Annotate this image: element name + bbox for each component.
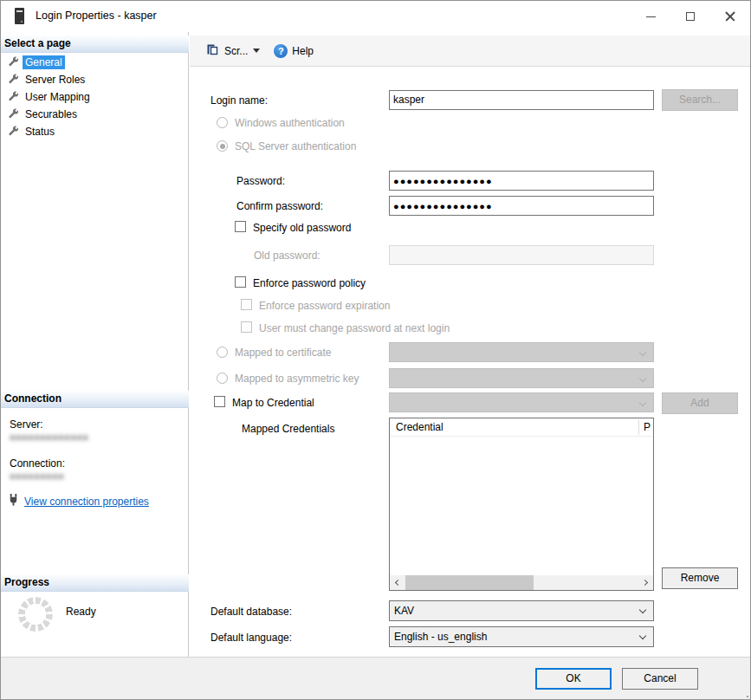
enforce-password-expiration-checkbox	[241, 299, 252, 310]
window-controls	[631, 1, 750, 32]
connection-value-redacted: ■■■■■■■■■	[10, 471, 64, 481]
connection-properties-icon	[7, 493, 20, 509]
sidebar-item-label: User Mapping	[23, 90, 93, 104]
chevron-down-icon	[639, 349, 646, 356]
provider-column-header: P	[644, 421, 651, 433]
mapped-to-certificate-label: Mapped to certificate	[235, 347, 331, 359]
search-button: Search...	[662, 89, 738, 111]
login-properties-dialog: Login Properties - kasper Select a page …	[0, 0, 751, 700]
server-label: Server:	[10, 418, 43, 431]
chevron-right-icon	[642, 580, 648, 586]
mapped-to-asymmetric-key-radio	[217, 373, 228, 384]
sidebar: Select a page General Server Roles User …	[1, 32, 189, 657]
add-button: Add	[662, 392, 738, 414]
server-value-redacted: ■■■■■■■■■■■■■	[10, 432, 89, 442]
sidebar-item-label: General	[23, 55, 65, 69]
enforce-password-expiration-label: Enforce password expiration	[259, 300, 390, 312]
close-button[interactable]	[710, 1, 750, 32]
sidebar-item-label: Securables	[23, 107, 80, 121]
chevron-down-icon	[639, 399, 646, 406]
map-to-credential-checkbox[interactable]	[214, 396, 225, 407]
connection-header: Connection	[1, 391, 189, 408]
mapped-to-certificate-radio	[217, 347, 228, 358]
asymmetric-key-select	[389, 368, 654, 388]
default-database-label: Default database:	[210, 606, 292, 618]
sql-server-authentication-label: SQL Server authentication	[235, 140, 356, 152]
default-database-value: KAV	[394, 605, 414, 617]
maximize-button[interactable]	[670, 1, 710, 32]
progress-status: Ready	[66, 606, 96, 618]
default-language-label: Default language:	[210, 632, 292, 644]
mapped-credentials-label: Mapped Credentials	[242, 423, 334, 435]
sidebar-item-user-mapping[interactable]: User Mapping	[1, 88, 189, 106]
scrollbar-thumb[interactable]	[405, 575, 534, 590]
default-language-select[interactable]: English - us_english	[389, 626, 654, 647]
remove-button[interactable]: Remove	[662, 567, 738, 589]
sidebar-item-label: Status	[23, 125, 57, 139]
chevron-down-icon	[639, 375, 646, 382]
must-change-password-label: User must change password at next login	[259, 322, 450, 334]
title-bar: Login Properties - kasper	[1, 1, 750, 32]
horizontal-scrollbar[interactable]	[390, 575, 653, 590]
map-to-credential-label: Map to Credential	[232, 397, 314, 409]
wrench-icon	[7, 90, 18, 104]
credential-column-header: Credential	[396, 421, 443, 433]
mapped-credentials-list[interactable]: Credential P	[389, 418, 654, 591]
confirm-password-input[interactable]: ●●●●●●●●●●●●●●●	[389, 196, 654, 216]
must-change-password-checkbox	[241, 321, 252, 333]
script-button[interactable]: Scr...	[202, 40, 263, 62]
chevron-down-icon	[639, 606, 646, 613]
resize-grip[interactable]	[747, 696, 748, 697]
default-database-select[interactable]: KAV	[389, 600, 654, 621]
select-a-page-header: Select a page	[1, 36, 189, 53]
old-password-input	[389, 245, 654, 265]
sidebar-item-status[interactable]: Status	[1, 123, 189, 140]
mapped-to-asymmetric-key-label: Mapped to asymmetric key	[235, 373, 359, 385]
old-password-label: Old password:	[254, 250, 320, 262]
minimize-icon	[646, 16, 656, 17]
login-name-label: Login name:	[210, 94, 268, 107]
chevron-down-icon	[639, 632, 646, 639]
scroll-left-button[interactable]	[390, 575, 405, 590]
sidebar-item-label: Server Roles	[23, 73, 87, 87]
enforce-password-policy-checkbox[interactable]	[235, 276, 246, 288]
scroll-right-button[interactable]	[638, 575, 653, 590]
windows-authentication-label: Windows authentication	[235, 117, 345, 129]
wrench-icon	[7, 73, 18, 87]
wrench-icon	[7, 107, 18, 121]
credential-select	[389, 392, 654, 412]
sidebar-item-server-roles[interactable]: Server Roles	[1, 71, 189, 88]
login-name-input[interactable]: kasper	[389, 90, 654, 110]
wrench-icon	[7, 125, 18, 139]
dialog-footer: OK Cancel	[1, 657, 751, 700]
password-input[interactable]: ●●●●●●●●●●●●●●●	[389, 171, 654, 191]
sidebar-item-securables[interactable]: Securables	[1, 106, 189, 123]
sidebar-item-general[interactable]: General	[1, 54, 189, 71]
server-icon	[14, 8, 25, 28]
chevron-down-icon	[253, 49, 260, 53]
windows-authentication-radio	[217, 117, 228, 128]
minimize-button[interactable]	[631, 1, 670, 32]
script-icon	[205, 42, 219, 59]
wrench-icon	[7, 55, 18, 69]
help-button-label: Help	[292, 45, 314, 57]
sql-server-authentication-radio	[217, 140, 228, 152]
chevron-left-icon	[395, 580, 401, 586]
script-button-label: Scr...	[224, 45, 248, 57]
help-button[interactable]: ? Help	[270, 40, 317, 62]
password-label: Password:	[236, 175, 285, 187]
column-divider	[638, 420, 639, 435]
window-title: Login Properties - kasper	[36, 10, 157, 22]
certificate-select	[389, 342, 654, 362]
help-icon: ?	[274, 44, 288, 58]
credentials-list-header: Credential P	[390, 418, 653, 437]
cancel-button[interactable]: Cancel	[622, 668, 698, 690]
specify-old-password-checkbox[interactable]	[235, 221, 246, 232]
maximize-icon	[686, 12, 695, 21]
ok-button[interactable]: OK	[535, 668, 612, 690]
close-icon	[725, 11, 735, 22]
connection-label: Connection:	[10, 457, 65, 470]
default-language-value: English - us_english	[394, 631, 487, 643]
enforce-password-policy-label: Enforce password policy	[253, 277, 366, 289]
view-connection-properties-link[interactable]: View connection properties	[24, 496, 149, 508]
